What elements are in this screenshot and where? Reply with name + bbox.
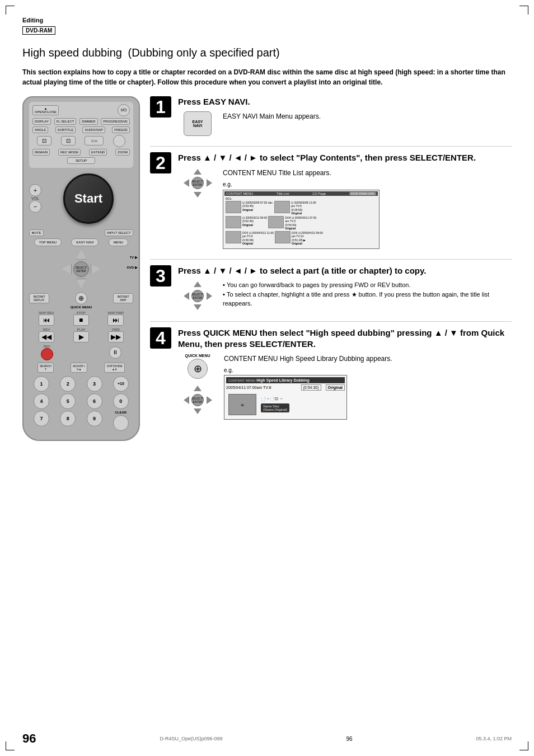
step-4-row-date: 2005/04/11 07:00am TV:8 — [226, 386, 299, 389]
display-button[interactable]: DISPLAY — [32, 118, 51, 125]
step-2-desc: CONTENT MENU Title List appears. — [223, 168, 380, 178]
mini-nav-up-3 — [194, 281, 202, 287]
instant-replay-section: INSTANTREPLAY — [29, 293, 49, 303]
step-4-copy-info: 📄→📄⊡ → Same Disc(Saves Original) — [261, 394, 289, 415]
setup-button[interactable]: SETUP — [67, 157, 95, 164]
audio-sap-button[interactable]: AUDIO/SAP — [82, 126, 105, 133]
start-button[interactable]: Start — [63, 173, 114, 224]
mini-nav-center-3: SELECT/ENTER — [191, 290, 204, 302]
num-2-button[interactable]: 2 — [60, 376, 76, 392]
step-4-text-area: CONTENT MENU High Speed Library Dubbing … — [224, 354, 392, 420]
progressive-button[interactable]: PROGRESSIVE — [101, 118, 130, 125]
num-3-button[interactable]: 3 — [87, 376, 102, 392]
step-2-title: Press ▲ / ▼ / ◄ / ► to select "Play Cont… — [178, 152, 512, 163]
instant-replay-button[interactable]: INSTANTREPLAY — [29, 293, 49, 303]
adjust-button[interactable]: ADJUST+II◄ — [71, 363, 87, 373]
play-section: PLAY ▶ — [73, 328, 89, 342]
power-button[interactable]: I/O — [118, 104, 130, 116]
chp-divide-button[interactable]: CHP DIVIDE►II — [104, 363, 125, 373]
mini-nav-left — [184, 179, 189, 187]
step-4-body: QUICK MENU ⊕ SELECT/ENTER — [178, 354, 512, 420]
step-3-image: SELECT/ENTER — [178, 280, 217, 311]
num-7-button[interactable]: 7 — [34, 411, 49, 426]
angle-button[interactable]: ANGLE — [32, 126, 48, 133]
subtitle-icon-button[interactable]: ⊡ — [61, 136, 76, 145]
quick-menu-button[interactable]: ⊕ — [75, 292, 87, 304]
rec-mode-button[interactable]: REC MODE — [58, 149, 81, 156]
num-6-button[interactable]: 6 — [87, 393, 102, 409]
open-close-button[interactable]: ▲ OPEN/CLOSE — [32, 105, 59, 115]
nav-left-button[interactable] — [62, 264, 72, 274]
step-2-eg-label: e.g. — [223, 181, 380, 187]
menu-button[interactable]: MENU — [109, 238, 129, 246]
stop-button[interactable]: ■ — [73, 314, 89, 326]
nav-up-button[interactable] — [76, 250, 86, 260]
play-button[interactable]: ▶ — [73, 331, 89, 342]
remote-row-icons: ⊡ ⊡ ○○ — [32, 135, 130, 147]
skip-fwd-label: SKIP FWD — [107, 311, 124, 314]
description: This section explains how to copy a titl… — [22, 67, 512, 87]
freeze-icon-button[interactable] — [113, 135, 125, 147]
fl-select-button[interactable]: FL SELECT — [54, 118, 77, 125]
mini-nav-center-4: SELECT/ENTER — [191, 394, 204, 406]
remote-row-display: DISPLAY FL SELECT DIMMER PROGRESSIVE — [32, 118, 130, 125]
pause-button[interactable]: ⏸ — [109, 346, 121, 359]
clear-button[interactable] — [113, 415, 129, 431]
step-3-bullets: You can go forward/back to pages by pres… — [223, 280, 512, 308]
skip-fwd-button[interactable]: ⏭ — [107, 314, 124, 326]
fwd-section: FWD ▶▶ — [108, 328, 124, 342]
num-0-button[interactable]: 0 — [113, 393, 129, 409]
vol-plus-button[interactable]: + — [29, 184, 41, 196]
mute-button[interactable]: MUTE — [29, 229, 44, 236]
step-3-nav: SELECT/ENTER — [182, 280, 213, 311]
num-9-button[interactable]: 9 — [87, 411, 102, 426]
num-5-button[interactable]: 5 — [60, 393, 76, 409]
nav-right-button[interactable] — [91, 264, 101, 274]
mini-nav-left-3 — [184, 292, 189, 300]
num-plus10-button[interactable]: +10 — [113, 376, 129, 392]
zoom-button[interactable]: ZOOM — [115, 149, 130, 156]
mini-nav-right-4 — [207, 396, 212, 404]
screen-item-001: 001: — [226, 197, 377, 200]
vol-minus-button[interactable]: − — [29, 200, 41, 213]
num-1-button[interactable]: 1 — [34, 376, 49, 392]
num-4-button[interactable]: 4 — [34, 393, 49, 409]
rec-button[interactable] — [41, 348, 53, 360]
mini-nav-right — [207, 179, 212, 187]
audio-icon-button[interactable]: ○○ — [85, 136, 104, 145]
step-4-content: Press QUICK MENU then select "High speed… — [178, 327, 512, 420]
select-enter-button[interactable]: SELECT/ENTER — [73, 261, 89, 277]
top-menu-button[interactable]: TOP MENU — [34, 238, 62, 246]
num-8-button[interactable]: 8 — [60, 411, 76, 426]
fwd-label: FWD — [108, 328, 124, 331]
thumb-3 — [226, 216, 241, 228]
step-2-nav: SELECT/ENTER — [182, 168, 213, 199]
fwd-button[interactable]: ▶▶ — [108, 331, 124, 342]
nav-cross: SELECT/ENTER — [62, 250, 101, 289]
input-select-button[interactable]: INPUT SELECT — [105, 229, 133, 236]
nav-down-button[interactable] — [76, 279, 86, 289]
screen-header-badge: DVD-RAM (VR) — [349, 192, 376, 195]
dimmer-button[interactable]: DIMMER — [79, 118, 97, 125]
quick-menu-icon[interactable]: ⊕ — [188, 359, 208, 379]
thumb-1 — [226, 201, 241, 213]
mini-nav-up — [194, 169, 202, 175]
search-button[interactable]: SEARCHT — [38, 363, 54, 373]
freeze-button[interactable]: FREEZE — [112, 126, 130, 133]
corner-mark-bl — [6, 741, 15, 750]
remain-button[interactable]: REMAIN — [32, 149, 50, 156]
rec-section: REC — [41, 345, 53, 360]
remote-row-play: REV ◀◀ PLAY ▶ FWD ▶▶ — [29, 328, 133, 342]
easy-navi-visual-button[interactable]: EASY NAVI — [184, 111, 212, 136]
angle-icon-button[interactable]: ⊡ — [37, 136, 51, 145]
extend-button[interactable]: EXTEND — [89, 149, 107, 156]
step-4-row-time: (0:54:30) — [301, 384, 321, 391]
easy-navi-button[interactable]: EASY NAVI — [71, 238, 99, 246]
thumb-2 — [274, 201, 290, 213]
skip-rev-button[interactable]: ⏮ — [39, 314, 54, 326]
rev-button[interactable]: ◀◀ — [39, 331, 54, 342]
instant-skip-button[interactable]: INSTANTSKIP — [113, 293, 133, 303]
thumb-3-info: ⊡ 2005/03/12 09:00 (0:52:40) Original — [242, 216, 267, 231]
rev-label: REV — [39, 328, 54, 331]
subtitle-button[interactable]: SUBTITLE — [55, 126, 76, 133]
